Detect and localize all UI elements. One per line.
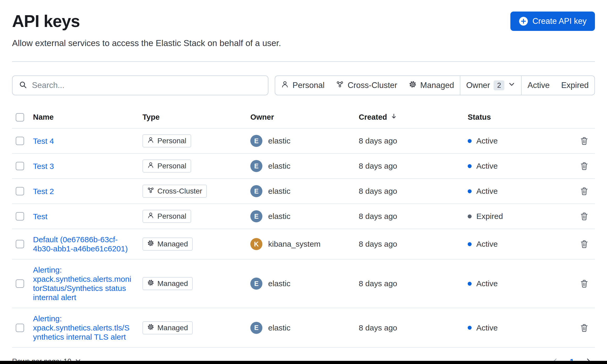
trash-icon xyxy=(580,187,589,196)
api-key-name-link[interactable]: Default (0e67686b-63cf-4b30-abb1-a46be61… xyxy=(33,235,132,253)
table-header-row: Name Type Owner Created Status xyxy=(12,107,595,128)
type-badge: Cross-Cluster xyxy=(142,185,207,198)
user-icon xyxy=(281,80,289,90)
owner-name: elastic xyxy=(268,162,290,170)
status-dot xyxy=(468,189,472,193)
row-checkbox[interactable] xyxy=(16,187,24,195)
filter-cross-cluster-label: Cross-Cluster xyxy=(347,81,397,90)
column-header-type: Type xyxy=(142,113,250,122)
table-row: Test 2 Cross-Cluster E elastic 8 days ag… xyxy=(12,178,595,203)
status-dot xyxy=(468,242,472,246)
owner-avatar: K xyxy=(250,238,262,250)
page-title: API keys xyxy=(12,12,80,31)
gear-icon xyxy=(409,80,417,90)
owner-name: kibana_system xyxy=(268,240,321,249)
filter-expired[interactable]: Expired xyxy=(555,76,594,95)
type-badge-icon xyxy=(147,212,154,221)
trash-icon xyxy=(580,212,589,221)
type-badge-icon xyxy=(147,323,154,332)
row-checkbox[interactable] xyxy=(16,137,24,145)
status-label: Active xyxy=(476,240,498,249)
delete-key-button[interactable] xyxy=(578,185,590,197)
search-icon xyxy=(19,81,27,90)
select-all-checkbox[interactable] xyxy=(16,113,24,122)
api-key-name-link[interactable]: Test 4 xyxy=(33,136,54,146)
status-label: Active xyxy=(476,187,498,196)
filter-owner[interactable]: Owner 2 xyxy=(460,76,521,95)
type-badge: Personal xyxy=(142,159,191,173)
row-checkbox[interactable] xyxy=(16,324,24,332)
search-input[interactable] xyxy=(32,81,262,90)
filter-managed[interactable]: Managed xyxy=(403,76,460,95)
api-key-name-link[interactable]: Alerting: xpack.synthetics.alerts.monito… xyxy=(33,265,132,302)
created-cell: 8 days ago xyxy=(359,162,468,170)
sort-arrow-down-icon xyxy=(390,113,398,122)
row-checkbox[interactable] xyxy=(16,212,24,220)
api-keys-page: API keys Create API key Allow external s… xyxy=(0,0,607,364)
status-dot xyxy=(468,282,472,286)
filter-cross-cluster[interactable]: Cross-Cluster xyxy=(330,76,403,95)
created-cell: 8 days ago xyxy=(359,187,468,196)
api-key-name-link[interactable]: Alerting: xpack.synthetics.alerts.tls/Sy… xyxy=(33,314,132,341)
trash-icon xyxy=(580,279,589,288)
type-badge-label: Personal xyxy=(157,212,186,220)
owner-name: elastic xyxy=(268,323,290,332)
owner-name: elastic xyxy=(268,136,290,145)
type-badge: Managed xyxy=(142,238,193,251)
owner-name: elastic xyxy=(268,212,290,221)
table-row: Alerting: xpack.synthetics.alerts.tls/Sy… xyxy=(12,308,595,347)
filter-expired-label: Expired xyxy=(561,81,589,90)
delete-key-button[interactable] xyxy=(578,135,590,147)
status-dot xyxy=(468,139,472,143)
column-header-created[interactable]: Created xyxy=(359,113,468,122)
trash-icon xyxy=(580,323,589,332)
api-key-name-link[interactable]: Test 2 xyxy=(33,187,54,196)
owner-avatar: E xyxy=(250,210,262,222)
type-badge-label: Managed xyxy=(157,240,188,248)
type-badge-icon xyxy=(147,240,154,249)
cluster-icon xyxy=(336,80,344,90)
type-badge: Managed xyxy=(142,321,193,334)
row-checkbox[interactable] xyxy=(16,240,24,248)
created-cell: 8 days ago xyxy=(359,323,468,332)
created-cell: 8 days ago xyxy=(359,136,468,145)
type-badge-label: Managed xyxy=(157,279,188,288)
type-badge-label: Managed xyxy=(157,324,188,332)
owner-avatar: E xyxy=(250,135,262,147)
filter-owner-label: Owner xyxy=(466,81,490,90)
filter-personal-label: Personal xyxy=(293,81,324,90)
status-dot xyxy=(468,214,472,218)
status-label: Expired xyxy=(476,212,503,221)
filter-group: Personal Cross-Cluster Managed Owner 2 xyxy=(275,75,595,95)
page-subtitle: Allow external services to access the El… xyxy=(12,38,595,48)
status-dot xyxy=(468,164,472,168)
owner-avatar: E xyxy=(250,322,262,334)
delete-key-button[interactable] xyxy=(578,238,590,250)
column-header-status: Status xyxy=(468,113,578,122)
create-api-key-label: Create API key xyxy=(532,16,587,26)
created-cell: 8 days ago xyxy=(359,279,468,288)
delete-key-button[interactable] xyxy=(578,278,590,290)
table-row: Test 3 Personal E elastic 8 days ago Act… xyxy=(12,153,595,178)
delete-key-button[interactable] xyxy=(578,210,590,222)
api-keys-table: Name Type Owner Created Status Test 4 xyxy=(12,107,595,348)
search-box xyxy=(12,75,268,95)
api-key-name-link[interactable]: Test 3 xyxy=(33,162,54,171)
status-label: Active xyxy=(476,136,498,145)
trash-icon xyxy=(580,136,589,145)
create-api-key-button[interactable]: Create API key xyxy=(510,12,595,31)
type-badge: Personal xyxy=(142,134,191,147)
api-key-name-link[interactable]: Test xyxy=(33,212,47,221)
owner-name: elastic xyxy=(268,187,290,196)
status-dot xyxy=(468,326,472,330)
delete-key-button[interactable] xyxy=(578,160,590,172)
delete-key-button[interactable] xyxy=(578,322,590,334)
row-checkbox[interactable] xyxy=(16,162,24,170)
owner-avatar: E xyxy=(250,278,262,290)
owner-name: elastic xyxy=(268,279,290,288)
type-badge: Managed xyxy=(142,277,193,290)
created-cell: 8 days ago xyxy=(359,240,468,249)
row-checkbox[interactable] xyxy=(16,279,24,288)
filter-personal[interactable]: Personal xyxy=(275,76,330,95)
filter-active[interactable]: Active xyxy=(522,76,555,95)
